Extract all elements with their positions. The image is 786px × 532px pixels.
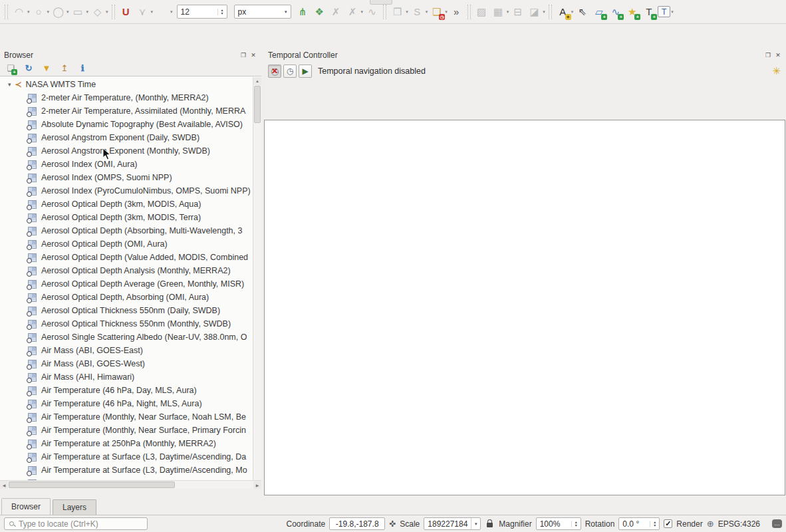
chevron-down-icon[interactable]: ▾ — [471, 518, 480, 529]
chevron-down-icon[interactable]: ▾ — [406, 9, 408, 15]
tree-item[interactable]: Aerosol Optical Depth, Absorbing (OMI, A… — [0, 291, 253, 304]
render-checkbox[interactable]: ✓ — [664, 519, 672, 528]
chevron-down-icon[interactable]: ▾ — [47, 9, 50, 15]
text-annotation-icon[interactable]: T+ — [641, 4, 656, 19]
tree-item[interactable]: Aerosol Angstrom Exponent (Daily, SWDB) — [0, 131, 253, 144]
chevron-down-icon[interactable]: ▾ — [426, 9, 428, 15]
tree-item[interactable]: Absolute Dynamic Topography (Best Availa… — [0, 118, 253, 131]
magnifier-spinbox[interactable]: 100% ▴▾ — [536, 517, 581, 530]
filter-browser-icon[interactable]: ▼ — [41, 63, 53, 74]
collapse-all-icon[interactable]: ↥ — [59, 63, 70, 74]
mouse-extents-icon[interactable]: ✜ — [389, 519, 396, 529]
coordinate-field[interactable]: -19.8,-187.8 — [329, 517, 385, 530]
temporal-nav-fixed-button[interactable]: ◷ — [283, 65, 297, 78]
toolbar-overflow-icon[interactable]: » — [449, 4, 464, 19]
chevron-down-icon[interactable]: ▾ — [66, 9, 69, 15]
chevron-down-icon[interactable]: ▾ — [445, 9, 448, 15]
lock-scale-icon[interactable] — [487, 523, 493, 527]
map-canvas[interactable] — [264, 120, 785, 495]
add-selected-layers-icon[interactable]: ❏+ — [5, 63, 17, 74]
tree-item[interactable]: Aerosol Optical Thickness 550nm (Daily, … — [0, 304, 253, 317]
tree-item[interactable]: 2-meter Air Temperature, Assimilated (Mo… — [0, 104, 253, 118]
tree-item[interactable]: Aerosol Optical Depth (Absorbing, Multi-… — [0, 224, 253, 237]
snap-units-combo[interactable]: px▾ — [234, 5, 291, 19]
properties-widget-icon[interactable]: ℹ — [76, 63, 88, 74]
snapping-toggle-icon[interactable]: U — [118, 4, 134, 19]
tree-item[interactable]: Aerosol Angstrom Exponent (Monthly, SWDB… — [0, 144, 253, 158]
toolbar-handle[interactable] — [549, 5, 552, 19]
chevron-down-icon[interactable]: ▾ — [571, 9, 574, 15]
dock-tab-layers[interactable]: Layers — [53, 499, 96, 515]
polygon-annotation-icon[interactable]: ▱+ — [591, 4, 606, 19]
tree-item[interactable]: Aerosol Optical Thickness 550nm (Monthly… — [0, 317, 253, 331]
toolbar-handle[interactable] — [5, 5, 8, 19]
tree-item[interactable]: Aerosol Optical Depth Analysis (Monthly,… — [0, 264, 253, 277]
close-panel-icon[interactable]: ✕ — [774, 51, 782, 59]
spinner-arrows[interactable]: ▴▾ — [650, 521, 656, 527]
tree-item[interactable]: Aerosol Index (PyroCumuloNimbus, OMPS, S… — [0, 184, 253, 198]
tree-item[interactable]: Aerosol Optical Depth (Value Added, MODI… — [0, 251, 253, 264]
tree-item[interactable]: Air Temperature (46 hPa, Day, MLS, Aura) — [0, 384, 253, 397]
refresh-browser-icon[interactable]: ↻ — [23, 63, 35, 74]
scroll-left-icon[interactable]: ◀ — [0, 481, 8, 489]
spinner-arrows[interactable]: ▴▾ — [217, 9, 223, 15]
chevron-down-icon[interactable]: ▾ — [281, 9, 287, 15]
vertical-scrollbar-thumb[interactable] — [254, 86, 261, 123]
snap-tolerance-spinbox[interactable]: 12▴▾ — [177, 5, 227, 19]
float-panel-icon[interactable]: ❐ — [764, 51, 772, 59]
tree-root-nasa-wmts-time[interactable]: ▾≺NASA WMTS Time — [0, 78, 253, 91]
tree-item[interactable]: Air Temperature at Surface (L3, Daytime/… — [0, 464, 253, 477]
tree-item[interactable]: Aerosol Optical Depth (OMI, Aura) — [0, 237, 253, 251]
paste-features-timed-icon[interactable]: ❏◷▾ — [429, 4, 448, 19]
crs-label[interactable]: EPSG:4326 — [718, 519, 760, 529]
chevron-down-icon[interactable]: ▾ — [543, 9, 545, 15]
tree-item[interactable]: Aerosol Optical Depth Average (Green, Mo… — [0, 277, 253, 291]
rotation-spinbox[interactable]: 0.0 ° ▴▾ — [618, 517, 660, 530]
tree-item[interactable]: 2-meter Air Temperature, (Monthly, MERRA… — [0, 91, 253, 104]
avoid-overlap-icon[interactable]: ❖ — [312, 4, 327, 19]
temporal-nav-disabled-button[interactable]: ◷✕ — [268, 65, 281, 78]
chevron-down-icon[interactable]: ▾ — [507, 9, 509, 15]
marker-annotation-icon[interactable]: ★+ — [624, 4, 640, 19]
scroll-right-icon[interactable]: ▶ — [253, 481, 261, 489]
temporal-nav-animated-button[interactable]: ▶ — [299, 65, 312, 78]
toolbar-handle[interactable] — [383, 5, 386, 19]
chevron-down-icon[interactable]: ▾ — [671, 9, 674, 15]
scale-combo[interactable]: 189227184 ▾ — [424, 517, 481, 530]
close-panel-icon[interactable]: ✕ — [249, 51, 257, 59]
tree-item[interactable]: Air Temperature at Surface (L3, Daytime/… — [0, 450, 253, 464]
tree-item[interactable]: Air Mass (ABI, GOES-East) — [0, 344, 253, 357]
horizontal-scrollbar-thumb[interactable] — [9, 481, 175, 488]
tree-item[interactable]: Air Temperature (46 hPa, Night, MLS, Aur… — [0, 397, 253, 410]
tree-item[interactable]: Aerosol Optical Depth (3km, MODIS, Terra… — [0, 211, 253, 224]
tree-item[interactable]: Aerosol Index (OMI, Aura) — [0, 158, 253, 171]
locator-search-input[interactable]: Type to locate (Ctrl+K) — [4, 517, 148, 530]
browser-tree-vertical-scrollbar[interactable]: ▲ ▼ — [253, 77, 261, 489]
tree-item[interactable]: Air Temperature (Monthly, Near Surface, … — [0, 424, 253, 437]
layer-labeling-icon[interactable]: A✦▾ — [555, 4, 574, 19]
line-annotation-icon[interactable]: ∿+ — [608, 4, 623, 19]
tree-item[interactable]: Air Mass (AHI, Himawari) — [0, 370, 253, 384]
temporal-settings-icon[interactable]: ✳ — [772, 65, 781, 77]
tree-item[interactable]: Air Mass (ABI, GOES-West) — [0, 357, 253, 370]
chevron-down-icon[interactable]: ▾ — [27, 9, 30, 15]
messages-icon[interactable]: … — [772, 519, 782, 528]
float-panel-icon[interactable]: ❐ — [239, 51, 247, 59]
tracing-icon[interactable]: ⋔ — [295, 4, 311, 19]
chevron-down-icon[interactable]: ▾ — [170, 9, 173, 15]
toolbar-handle[interactable] — [112, 5, 115, 19]
tree-item[interactable]: Aerosol Optical Depth (3km, MODIS, Aqua) — [0, 198, 253, 211]
browser-tree-horizontal-scrollbar[interactable]: ◀ ▶ — [0, 480, 261, 489]
tree-item[interactable]: Aerosol Index (OMPS, Suomi NPP) — [0, 171, 253, 184]
form-annotation-icon[interactable]: T▾ — [658, 6, 674, 17]
spinner-arrows[interactable]: ▴▾ — [571, 521, 577, 527]
scroll-up-icon[interactable]: ▲ — [253, 77, 261, 85]
tree-item[interactable]: Air Temperature (Monthly, Near Surface, … — [0, 410, 253, 424]
chevron-down-icon[interactable]: ▾ — [86, 9, 89, 15]
chevron-down-icon[interactable]: ▾ — [361, 9, 364, 15]
tree-item[interactable]: Aerosol Single Scattering Albedo (Near-U… — [0, 331, 253, 344]
toolbar-handle[interactable] — [467, 5, 471, 19]
move-label-icon[interactable]: ⇖ — [575, 4, 590, 19]
chevron-down-icon[interactable]: ▾ — [151, 9, 154, 15]
dock-tab-browser[interactable]: Browser — [1, 498, 51, 515]
